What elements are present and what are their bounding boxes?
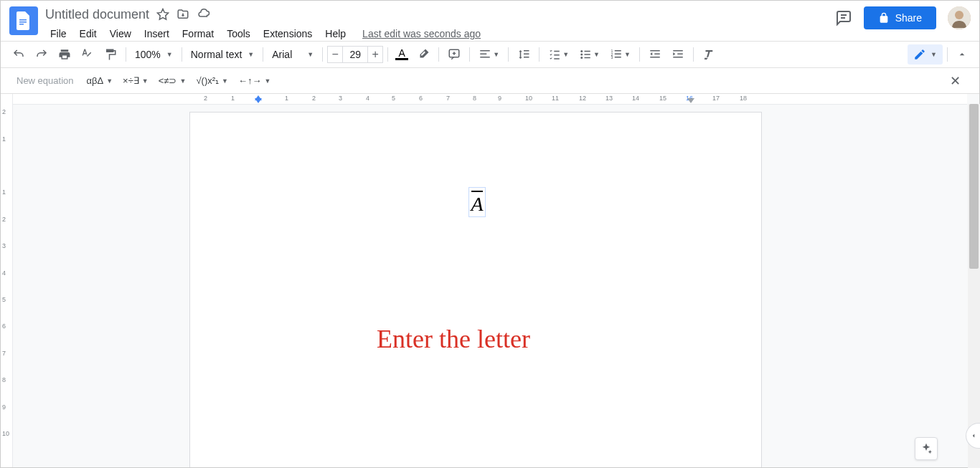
font-size-control: − + (327, 46, 383, 63)
close-equation-toolbar[interactable]: ✕ (947, 70, 963, 92)
relations-menu[interactable]: <≠⊃▼ (157, 72, 188, 89)
font-size-increase[interactable]: + (367, 46, 383, 63)
menu-file[interactable]: File (45, 25, 72, 42)
svg-rect-12 (480, 57, 490, 58)
document-title[interactable]: Untitled document (45, 7, 149, 22)
arrows-menu[interactable]: ←↑→▼ (237, 72, 272, 89)
svg-point-14 (580, 54, 583, 56)
indent-decrease-button[interactable] (644, 44, 666, 65)
account-avatar[interactable] (948, 6, 971, 29)
svg-rect-0 (19, 19, 27, 21)
equation-toolbar: New equation αβΔ▼ ×÷∃▼ <≠⊃▼ √()x²₁▼ ←↑→▼… (1, 68, 979, 94)
svg-rect-30 (673, 57, 683, 58)
vertical-ruler: 2 1 1 2 3 4 5 6 7 8 9 10 (1, 94, 13, 468)
share-label: Share (895, 12, 922, 24)
svg-rect-29 (677, 54, 683, 55)
svg-rect-16 (585, 51, 590, 52)
svg-rect-11 (480, 54, 486, 55)
chevron-down-icon: ▼ (166, 51, 173, 58)
font-family-select[interactable]: Arial▼ (268, 49, 318, 60)
indent-increase-button[interactable] (667, 44, 689, 65)
font-size-decrease[interactable]: − (327, 46, 343, 63)
hide-menus-button[interactable] (952, 44, 972, 65)
chevron-down-icon: ▼ (562, 51, 569, 58)
svg-point-6 (955, 11, 963, 19)
font-size-input[interactable] (343, 46, 367, 63)
menu-edit[interactable]: Edit (75, 25, 102, 42)
editing-mode-button[interactable]: ▼ (908, 44, 943, 65)
chevron-down-icon: ▼ (248, 51, 254, 58)
docs-logo[interactable] (9, 6, 38, 35)
svg-text:3: 3 (611, 55, 613, 59)
svg-rect-24 (615, 57, 621, 58)
svg-rect-26 (654, 54, 660, 55)
chevron-down-icon: ▼ (624, 51, 631, 58)
chevron-down-icon: ▼ (307, 51, 314, 58)
svg-rect-2 (19, 24, 24, 25)
operators-menu[interactable]: ×÷∃▼ (121, 72, 150, 89)
equation-character: A (471, 193, 483, 216)
chevron-down-icon: ▼ (593, 51, 600, 58)
cloud-icon[interactable] (197, 8, 211, 21)
svg-rect-10 (480, 50, 490, 52)
svg-rect-22 (615, 50, 621, 52)
insert-comment-button[interactable] (443, 44, 465, 65)
highlight-button[interactable] (413, 44, 434, 65)
svg-rect-23 (615, 54, 621, 55)
align-button[interactable]: ▼ (474, 44, 504, 65)
print-button[interactable] (54, 44, 75, 65)
math-operations-menu[interactable]: √()x²₁▼ (194, 72, 230, 89)
paint-format-button[interactable] (100, 44, 121, 65)
document-page[interactable]: A Enter the letter (189, 112, 762, 468)
right-margin-marker[interactable] (687, 98, 694, 103)
chevron-down-icon: ▼ (930, 51, 937, 58)
overbar (471, 191, 483, 192)
checklist-button[interactable]: ▼ (544, 44, 573, 65)
svg-rect-1 (19, 22, 27, 23)
text-color-button[interactable]: A (392, 47, 411, 62)
redo-button[interactable] (31, 44, 52, 65)
lock-icon (878, 12, 890, 24)
svg-rect-28 (673, 50, 683, 52)
left-margin-marker[interactable] (255, 98, 262, 103)
undo-button[interactable] (8, 44, 29, 65)
equation-box[interactable]: A (468, 187, 486, 217)
menu-extensions[interactable]: Extensions (258, 25, 317, 42)
annotation-text: Enter the letter (377, 324, 530, 354)
horizontal-ruler: 2 1 1 2 3 4 5 6 7 8 9 10 11 12 13 14 15 … (13, 94, 967, 105)
chevron-down-icon: ▼ (493, 51, 499, 58)
new-equation-button[interactable]: New equation (17, 75, 74, 86)
spellcheck-button[interactable] (77, 44, 98, 65)
menu-view[interactable]: View (105, 25, 136, 42)
numbered-list-button[interactable]: 123▼ (606, 44, 635, 65)
svg-rect-18 (585, 57, 590, 59)
star-icon[interactable] (156, 8, 169, 21)
pencil-icon (913, 48, 926, 61)
svg-rect-17 (585, 54, 590, 55)
clear-formatting-button[interactable] (698, 44, 720, 65)
paragraph-style-select[interactable]: Normal text▼ (187, 49, 259, 60)
bullet-list-button[interactable]: ▼ (575, 44, 604, 65)
vertical-scrollbar[interactable] (968, 104, 980, 468)
menu-format[interactable]: Format (177, 25, 219, 42)
move-icon[interactable] (176, 8, 189, 21)
svg-point-13 (580, 50, 583, 52)
main-toolbar: 100%▼ Normal text▼ Arial▼ − + A ▼ ▼ ▼ 12… (1, 41, 979, 68)
scrollbar-thumb[interactable] (969, 104, 979, 269)
explore-button[interactable] (915, 437, 938, 460)
svg-rect-27 (650, 57, 660, 58)
menu-insert[interactable]: Insert (139, 25, 174, 42)
share-button[interactable]: Share (864, 6, 936, 29)
line-spacing-button[interactable] (513, 44, 534, 65)
menu-tools[interactable]: Tools (222, 25, 255, 42)
menu-help[interactable]: Help (320, 25, 351, 42)
greek-letters-menu[interactable]: αβΔ▼ (85, 72, 115, 89)
svg-rect-25 (650, 50, 660, 52)
svg-point-15 (580, 57, 583, 59)
document-canvas[interactable]: A Enter the letter (13, 105, 967, 468)
comment-history-icon[interactable] (835, 9, 852, 27)
zoom-select[interactable]: 100%▼ (131, 49, 177, 60)
last-edit-link[interactable]: Last edit was seconds ago (362, 28, 481, 39)
